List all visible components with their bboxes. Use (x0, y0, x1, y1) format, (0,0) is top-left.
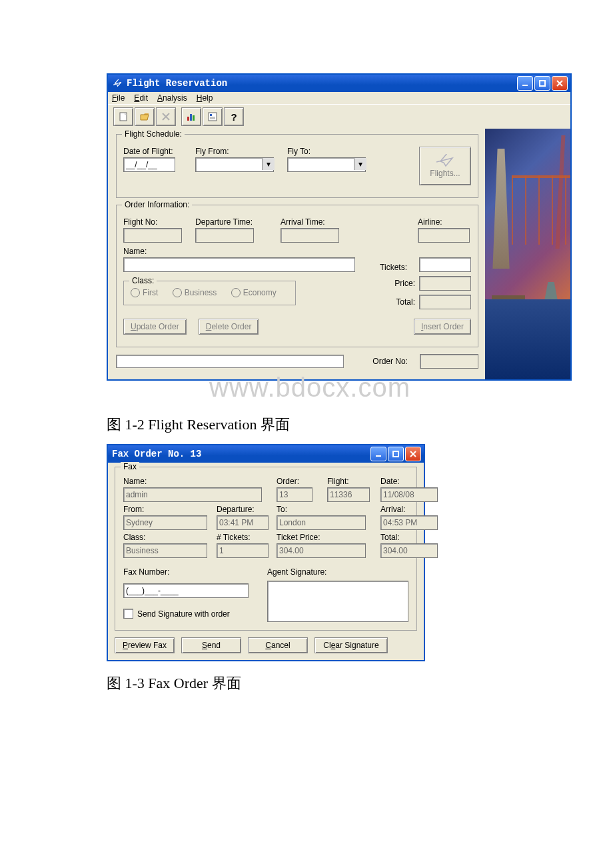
date-field (380, 487, 438, 502)
flight-schedule-group: Flight Schedule: Date of Flight: Fly Fro… (116, 134, 478, 198)
to-label: To: (277, 505, 374, 514)
group-legend: Order Information: (122, 200, 192, 209)
signature-label: Agent Signature: (267, 567, 408, 577)
flight-field (327, 487, 370, 502)
arr-label: Arrival Time: (281, 217, 354, 227)
svg-rect-8 (376, 455, 381, 457)
delete-icon[interactable] (156, 107, 176, 126)
class-field (123, 543, 207, 558)
new-icon[interactable] (113, 107, 133, 126)
price-field (419, 276, 471, 291)
menu-help[interactable]: Help (197, 93, 213, 103)
date-label: Date of Flight: (123, 147, 183, 156)
from-label: From: (123, 505, 210, 514)
svg-rect-3 (187, 117, 189, 121)
tickets-label: Tickets: (367, 263, 407, 272)
report-icon[interactable] (203, 107, 223, 126)
insert-order-button[interactable]: Insert Order (414, 319, 471, 335)
maximize-button[interactable] (534, 76, 550, 91)
flightno-field (123, 228, 182, 243)
name-field (123, 487, 262, 502)
name-input[interactable] (123, 257, 355, 272)
chevron-down-icon[interactable]: ▾ (262, 158, 275, 170)
order-info-group: Order Information: Flight No: Departure … (116, 205, 478, 347)
name-label: Name: (123, 477, 270, 486)
svg-rect-7 (210, 114, 212, 116)
total-field (380, 543, 438, 558)
radio-first[interactable]: First (131, 288, 158, 297)
titlebar: Fax Order No. 13 (108, 445, 424, 463)
orderno-field (420, 354, 478, 369)
fax-order-window: Fax Order No. 13 Fax Name: Order: Flight… (107, 444, 425, 661)
faxnum-input[interactable] (123, 583, 249, 598)
flights-button[interactable]: Flights... (419, 147, 471, 185)
dep-field (217, 515, 269, 530)
total-field (419, 295, 471, 309)
window-title: Fax Order No. 13 (112, 449, 370, 459)
class-legend: Class: (129, 276, 157, 285)
to-field (277, 515, 366, 530)
airline-label: Airline: (418, 217, 471, 227)
order-field (277, 487, 312, 502)
maximize-button[interactable] (388, 447, 404, 461)
total-label: Total: (396, 297, 415, 307)
signature-box[interactable] (267, 581, 408, 622)
send-button[interactable]: Send (181, 637, 241, 653)
flight-reservation-window: Flight Reservation File Edit Analysis He… (107, 73, 572, 381)
arr-label: Arrival: (380, 505, 440, 514)
menubar: File Edit Analysis Help (108, 92, 570, 105)
price-label: Ticket Price: (277, 533, 374, 542)
svg-rect-1 (540, 81, 545, 86)
name-label: Name: (123, 247, 355, 256)
price-label: Price: (394, 279, 415, 288)
date-input[interactable] (123, 157, 175, 172)
arrival-field (281, 228, 339, 243)
menu-file[interactable]: File (112, 93, 125, 103)
svg-rect-9 (393, 451, 398, 457)
flightno-label: Flight No: (123, 217, 183, 227)
date-label: Date: (380, 477, 440, 486)
flyfrom-label: Fly From: (195, 147, 275, 156)
menu-edit[interactable]: Edit (134, 93, 148, 103)
menu-analysis[interactable]: Analysis (157, 93, 187, 103)
radio-economy[interactable]: Economy (231, 288, 277, 297)
flyto-label: Fly To: (287, 147, 367, 156)
chevron-down-icon[interactable]: ▾ (354, 158, 366, 170)
total-label: Total: (380, 533, 440, 542)
progress-bar (116, 355, 344, 368)
delete-order-button[interactable]: Delete Order (199, 319, 259, 335)
figure-caption-2: 图 1-3 Fax Order 界面 (107, 673, 513, 693)
minimize-button[interactable] (370, 447, 386, 461)
dep-label: Departure: (217, 505, 270, 514)
ntickets-field (217, 543, 269, 558)
class-label: Class: (123, 533, 210, 542)
close-button[interactable] (405, 447, 421, 461)
ntickets-label: # Tickets: (217, 533, 270, 542)
update-order-button[interactable]: Update Order (123, 319, 187, 335)
price-field (277, 543, 366, 558)
clear-signature-button[interactable]: Clear Signature (314, 637, 388, 653)
from-field (123, 515, 207, 530)
preview-fax-button[interactable]: Preview Fax (115, 637, 175, 653)
order-label: Order: (277, 477, 320, 486)
svg-rect-6 (209, 113, 217, 121)
tickets-input[interactable] (419, 257, 471, 272)
airplane-icon (112, 78, 123, 89)
send-signature-checkbox[interactable]: Send Signature with order (123, 609, 230, 619)
open-icon[interactable] (135, 107, 155, 126)
help-icon[interactable]: ? (224, 107, 244, 126)
graph-icon[interactable] (181, 107, 201, 126)
minimize-button[interactable] (517, 76, 533, 91)
toolbar: ? (108, 105, 570, 129)
radio-business[interactable]: Business (173, 288, 217, 297)
departure-field (195, 228, 254, 243)
cancel-button[interactable]: Cancel (248, 637, 308, 653)
airline-field (418, 228, 470, 243)
fax-group: Fax Name: Order: Flight: Date: From: Dep… (115, 467, 417, 631)
fax-legend: Fax (121, 462, 139, 471)
svg-rect-4 (190, 114, 192, 121)
close-button[interactable] (552, 76, 568, 91)
window-title: Flight Reservation (127, 78, 517, 89)
airplane-icon (435, 154, 455, 167)
figure-caption-1: 图 1-2 Flight Reservation 界面 (107, 415, 513, 435)
